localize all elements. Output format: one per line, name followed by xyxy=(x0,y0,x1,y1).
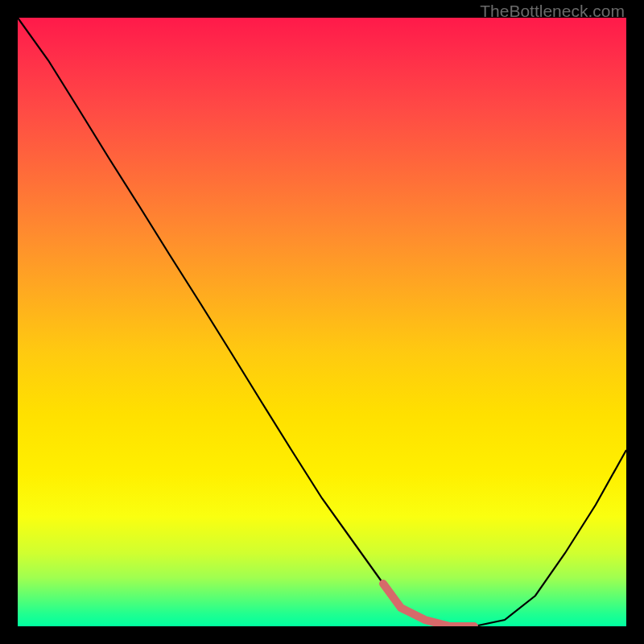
curve-svg xyxy=(18,18,626,626)
bottleneck-curve-path xyxy=(18,18,626,626)
chart-container: TheBottleneck.com xyxy=(0,0,644,644)
bottleneck-highlight-path xyxy=(383,584,474,626)
plot-area xyxy=(18,18,626,626)
